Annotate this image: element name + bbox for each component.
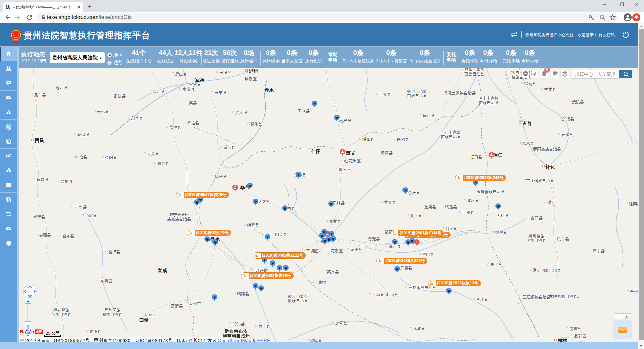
svg-text:苗族自治县: 苗族自治县 — [464, 71, 484, 76]
svg-text:贵定县: 贵定县 — [368, 237, 380, 241]
svg-text:会同县: 会同县 — [531, 216, 543, 220]
svg-text:兴文县: 兴文县 — [235, 110, 248, 115]
svg-text:依族自治县: 依族自治县 — [288, 298, 308, 303]
svg-text:大方县: 大方县 — [258, 199, 270, 204]
svg-text:黎平县: 黎平县 — [490, 262, 502, 267]
svg-text:宣威: 宣威 — [157, 268, 167, 273]
svg-text:嵩明县: 嵩明县 — [89, 329, 101, 334]
svg-text:紫云苗族布: 紫云苗族布 — [288, 294, 308, 299]
svg-text:屏山县: 屏山县 — [175, 71, 187, 76]
svg-text:苗族自治县: 苗族自治县 — [407, 93, 427, 98]
svg-text:从江县: 从江县 — [476, 297, 488, 302]
svg-text:苗族自治县: 苗族自治县 — [441, 134, 461, 139]
svg-text:印江土家族: 印江土家族 — [441, 130, 461, 135]
svg-text:余庆县: 余庆县 — [408, 190, 420, 195]
svg-text:龙里县: 龙里县 — [350, 247, 362, 252]
svg-text:靖州苗族: 靖州苗族 — [528, 234, 544, 238]
svg-text:辰溪县: 辰溪县 — [561, 132, 573, 137]
svg-text:芷江侗族自治县: 芷江侗族自治县 — [526, 178, 554, 183]
svg-text:金阳县: 金阳县 — [105, 155, 117, 160]
svg-text:长顺县: 长顺县 — [315, 280, 327, 285]
svg-text:红花岗区: 红花岗区 — [344, 159, 361, 163]
svg-text:黄平县: 黄平县 — [410, 213, 422, 218]
svg-text:织金县: 织金县 — [275, 232, 287, 237]
svg-text:桐梓县: 桐梓县 — [339, 118, 352, 123]
svg-text:荔波县: 荔波县 — [413, 326, 425, 331]
svg-text:巧家县: 巧家县 — [85, 213, 97, 218]
svg-text:越西县: 越西县 — [56, 85, 68, 90]
svg-text:布拖县: 布拖县 — [75, 155, 87, 159]
svg-text:侗族自治县: 侗族自治县 — [526, 238, 546, 243]
svg-text:习水县: 习水县 — [298, 109, 310, 113]
svg-text:宜宾县: 宜宾县 — [189, 82, 201, 87]
svg-text:德昌县: 德昌县 — [37, 177, 49, 182]
svg-text:麻阳苗族自治县: 麻阳苗族自治县 — [533, 147, 561, 151]
svg-text:江口县: 江口县 — [470, 155, 482, 159]
svg-text:大关县: 大关县 — [147, 151, 159, 156]
svg-text:米易县: 米易县 — [33, 215, 45, 219]
svg-text:天柱县: 天柱县 — [497, 213, 509, 218]
svg-text:富源县: 富源县 — [171, 304, 183, 308]
svg-text:剑河县: 剑河县 — [445, 226, 457, 231]
svg-text:寻甸回族: 寻甸回族 — [104, 308, 120, 312]
svg-text:禄劝彝族: 禄劝彝族 — [53, 308, 69, 312]
svg-text:南溪区: 南溪区 — [219, 70, 231, 75]
svg-text:宁南县: 宁南县 — [74, 205, 87, 209]
svg-text:盘州市: 盘州市 — [189, 301, 201, 306]
svg-text:绥宁县: 绥宁县 — [557, 237, 569, 241]
svg-text:兴仁县: 兴仁县 — [232, 321, 245, 326]
svg-text:遵义: 遵义 — [346, 150, 356, 156]
svg-text:古丈县: 古丈县 — [544, 87, 556, 92]
svg-text:正安县: 正安县 — [379, 92, 391, 97]
svg-text:三江侗族自治县: 三江侗族自治县 — [523, 295, 551, 299]
svg-text:彝良县: 彝良县 — [157, 161, 169, 166]
svg-text:雷波县: 雷波县 — [114, 94, 126, 98]
svg-text:播州区: 播州区 — [339, 167, 351, 172]
svg-text:普格县: 普格县 — [61, 179, 73, 184]
svg-text:水富县: 水富县 — [182, 87, 195, 92]
svg-text:曲靖: 曲靖 — [139, 317, 149, 322]
svg-text:会东县: 会东县 — [62, 234, 74, 238]
svg-text:花溪区: 花溪区 — [331, 249, 343, 253]
svg-text:修文县: 修文县 — [329, 219, 341, 224]
svg-text:纳雍县: 纳雍县 — [247, 223, 259, 228]
svg-text:高县: 高县 — [189, 101, 197, 105]
svg-text:泸州: 泸州 — [249, 68, 258, 74]
svg-text:桂林: 桂林 — [557, 338, 568, 343]
svg-text:仁怀: 仁怀 — [311, 149, 320, 154]
svg-text:黔西南布依: 黔西南布依 — [224, 329, 248, 334]
svg-text:锦屏县: 锦屏县 — [495, 230, 507, 235]
svg-text:惠水县: 惠水县 — [327, 270, 339, 275]
svg-text:独山县: 独山县 — [386, 292, 398, 297]
svg-text:三穗县: 三穗县 — [462, 210, 474, 215]
svg-text:宜宾: 宜宾 — [195, 77, 204, 82]
svg-text:贞丰县: 贞丰县 — [258, 324, 270, 329]
svg-text:昭觉县: 昭觉县 — [77, 132, 90, 137]
svg-text:凤冈县: 凤冈县 — [397, 137, 409, 142]
svg-text:彝族自治县: 彝族自治县 — [102, 312, 122, 317]
svg-text:赤水: 赤水 — [264, 87, 274, 93]
svg-text:沅陵县: 沅陵县 — [572, 100, 584, 104]
svg-text:绥阳县: 绥阳县 — [362, 137, 374, 142]
svg-text:全州县: 全州县 — [630, 289, 638, 294]
svg-text:洪江: 洪江 — [548, 200, 556, 205]
svg-text:灵川县: 灵川县 — [569, 326, 581, 331]
svg-text:镇远县: 镇远县 — [445, 205, 457, 209]
svg-text:吉首: 吉首 — [522, 120, 532, 126]
svg-text:德江县: 德江县 — [423, 113, 435, 118]
svg-text:会理县: 会理县 — [39, 233, 51, 237]
svg-text:务川仡佬族: 务川仡佬族 — [407, 89, 427, 94]
svg-text:盐津县: 盐津县 — [169, 125, 181, 130]
svg-text:晴隆县: 晴隆县 — [237, 292, 249, 296]
svg-text:泸溪县: 泸溪县 — [562, 117, 574, 121]
svg-text:永善县: 永善县 — [131, 116, 143, 121]
svg-text:威信县: 威信县 — [223, 145, 235, 150]
svg-text:雷山县: 雷山县 — [422, 252, 434, 257]
svg-text:冕宁县: 冕宁县 — [34, 93, 46, 97]
svg-text:纳溪区: 纳溪区 — [245, 77, 257, 81]
svg-text:新宁县: 新宁县 — [593, 249, 605, 253]
svg-text:族苗族自治县: 族苗族自治县 — [167, 217, 191, 221]
svg-text:通道侗族自治县: 通道侗族自治县 — [533, 268, 561, 273]
svg-text:铜仁: 铜仁 — [493, 152, 503, 157]
svg-text:镇雄县: 镇雄县 — [214, 174, 227, 179]
